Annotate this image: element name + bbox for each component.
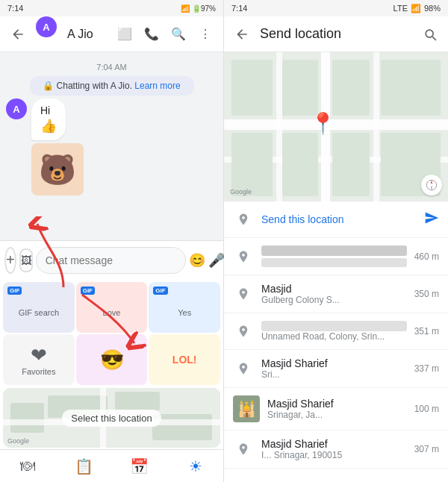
location-4-address: Unnamed Road, Colony, Srin... [261, 331, 407, 342]
right-app-bar: Send location [224, 16, 448, 52]
emoji-sticker-tile[interactable]: 😎 [76, 334, 148, 385]
right-title: Send location [260, 26, 412, 42]
emoji-button[interactable]: 😊 [189, 248, 205, 272]
mic-button[interactable]: 🎤 [208, 248, 225, 272]
location-5-address: Sri... [261, 369, 407, 380]
svg-rect-4 [152, 414, 212, 440]
call-button[interactable]: 📞 [140, 22, 164, 46]
message-emoji: 👍 [40, 118, 57, 134]
search-button[interactable]: 🔍 [167, 22, 190, 46]
right-search-button[interactable] [418, 22, 442, 46]
location-6-name: Masjid Sharief [267, 398, 407, 410]
emoji-row: ❤ Favorites 😎 LOL! [0, 333, 223, 386]
location-4-name [261, 321, 407, 331]
location-2-distance: 460 m [414, 251, 439, 262]
contact-name: A Jio [67, 28, 107, 41]
location-pin-icon-2 [233, 246, 254, 267]
send-direction-icon [424, 210, 439, 229]
nav-food[interactable]: 🍽 [0, 450, 56, 482]
location-thumbnail: 🕌 [233, 395, 260, 422]
favorites-label: Favorites [22, 367, 55, 376]
svg-rect-17 [231, 133, 273, 196]
gif-love-label: Love [103, 308, 121, 317]
send-location-item[interactable]: Send this location [224, 201, 448, 238]
right-back-button[interactable] [230, 22, 254, 46]
sticker-button[interactable]: 🖼 [19, 248, 33, 272]
location-pin-icon-3 [233, 284, 254, 304]
location-item-2[interactable]: 460 m [224, 238, 448, 275]
app-bar-icons: ⬜ 📞 🔍 ⋮ [113, 22, 217, 46]
location-7-address: I... Srinagar, 190015 [261, 450, 407, 460]
lol-icon: LOL! [172, 354, 197, 366]
select-location-text: Select this location [71, 413, 152, 424]
chat-input[interactable] [36, 247, 186, 274]
message-bubble: Hi 👍 [31, 98, 66, 140]
location-tile-label: Select this location [62, 410, 161, 427]
send-location-info: Send this location [261, 213, 417, 225]
favorites-tile[interactable]: ❤ Favorites [3, 334, 75, 385]
location-3-name: Masjid [261, 283, 407, 295]
svg-rect-15 [332, 60, 370, 116]
location-5-name: Masjid Sharief [261, 357, 407, 369]
chat-timestamp: 7:04 AM [6, 63, 217, 72]
message-text: Hi [40, 104, 50, 116]
location-7-info: Masjid Sharief I... Srinagar, 190015 [261, 438, 407, 460]
location-3-info: Masjid Gulberg Colony S... [261, 283, 407, 305]
location-pin-icon-4 [233, 321, 254, 342]
map-svg [224, 52, 448, 201]
location-6-address: Srinagar, Ja... [267, 410, 407, 420]
nav-weather[interactable]: ☀ [167, 450, 223, 482]
svg-rect-8 [224, 119, 448, 130]
bottom-tray: GIF GIF search GIF Love GIF Yes ❤ Favori… [0, 279, 223, 482]
lol-tile[interactable]: LOL! [149, 334, 220, 385]
bottom-nav: 🍽 📋 📅 ☀ [0, 449, 223, 482]
back-button[interactable] [6, 22, 30, 46]
archive-button[interactable]: ⬜ [113, 22, 137, 46]
location-5-distance: 337 m [414, 363, 439, 374]
left-status-bar: 7:14 📶 🔋97% [0, 0, 223, 16]
system-message: 🔒 Chatting with A Jio. Learn more [30, 76, 194, 96]
location-tile[interactable]: Select this location Google [3, 388, 220, 448]
nav-calendar[interactable]: 📅 [112, 450, 168, 482]
svg-rect-14 [282, 60, 318, 116]
svg-rect-21 [282, 164, 318, 196]
more-menu-button[interactable]: ⋮ [193, 22, 217, 46]
svg-rect-19 [332, 133, 370, 196]
gif-yes-tile[interactable]: GIF Yes [149, 282, 220, 333]
location-pin-icon-7 [233, 439, 254, 460]
location-7-distance: 307 m [414, 444, 439, 454]
map-container[interactable]: 📍 Google [224, 52, 448, 201]
message-row: A Hi 👍 [6, 98, 217, 140]
location-pin-icon-5 [233, 358, 254, 379]
location-item-6[interactable]: 🕌 Masjid Sharief Srinagar, Ja... 100 m [224, 388, 448, 431]
learn-more-link[interactable]: Learn more [134, 81, 180, 91]
gif-search-tile[interactable]: GIF GIF search [3, 282, 75, 333]
location-3-distance: 350 m [414, 289, 439, 299]
message-avatar: A [6, 98, 27, 119]
location-item-5[interactable]: Masjid Sharief Sri... 337 m [224, 350, 448, 388]
add-attachment-button[interactable]: + [4, 247, 16, 274]
location-4-distance: 351 m [414, 326, 439, 337]
location-2-address [261, 256, 407, 267]
map-pin: 📍 [310, 111, 336, 136]
svg-rect-11 [276, 52, 282, 201]
location-6-info: Masjid Sharief Srinagar, Ja... [267, 398, 407, 420]
location-item-3[interactable]: Masjid Gulberg Colony S... 350 m [224, 275, 448, 313]
left-app-bar: A A Jio ⬜ 📞 🔍 ⋮ [0, 16, 223, 52]
right-time: 7:14 [231, 4, 247, 13]
location-5-info: Masjid Sharief Sri... [261, 357, 407, 380]
location-item-4[interactable]: Unnamed Road, Colony, Srin... 351 m [224, 313, 448, 350]
svg-rect-2 [115, 392, 160, 410]
gif-love-tile[interactable]: GIF Love [76, 282, 148, 333]
location-item-7[interactable]: Masjid Sharief I... Srinagar, 190015 307… [224, 431, 448, 469]
nav-tasks[interactable]: 📋 [56, 450, 112, 482]
input-row: + 🖼 😊 🎤 [0, 240, 223, 279]
location-list: Send this location [224, 201, 448, 482]
heart-icon: ❤ [31, 344, 47, 367]
location-pin-icon [233, 209, 254, 230]
chat-area: 7:04 AM 🔒 Chatting with A Jio. Learn mor… [0, 52, 223, 240]
gif-yes-badge: GIF [153, 287, 167, 295]
location-6-distance: 100 m [414, 404, 439, 414]
svg-rect-13 [231, 60, 273, 116]
map-compass-button[interactable] [421, 175, 442, 195]
